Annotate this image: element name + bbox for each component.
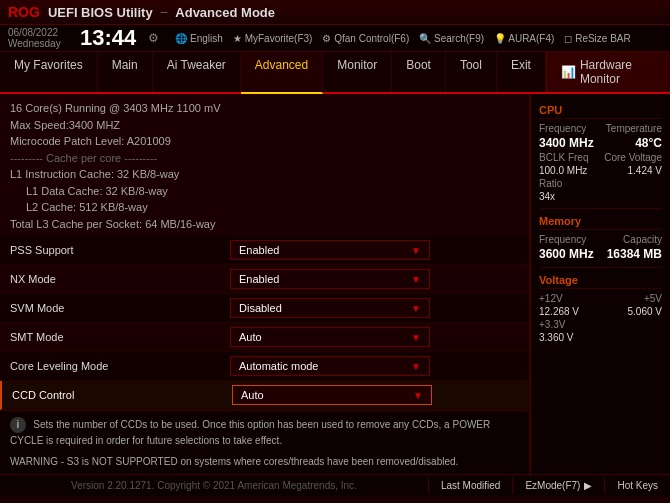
mem-freq-label: Frequency <box>539 234 586 245</box>
setting-row-svm-mode: SVM Mode Disabled ▼ <box>0 294 529 323</box>
cpu-info-line6: L1 Data Cache: 32 KB/8-way <box>10 183 519 200</box>
voltage-section-title: Voltage <box>539 274 662 289</box>
tab-advanced[interactable]: Advanced <box>241 52 323 94</box>
hw-monitor-panel: CPU Frequency Temperature 3400 MHz 48°C … <box>530 94 670 474</box>
bclk-corevolt-values: 100.0 MHz 1.424 V <box>539 165 662 176</box>
svm-mode-label: SVM Mode <box>10 302 230 314</box>
ccd-dropdown-arrow: ▼ <box>413 390 423 401</box>
cpu-temp-value: 48°C <box>635 136 662 150</box>
time-display: 13:44 <box>80 27 136 49</box>
volt-33v-label-row: +3.3V <box>539 319 662 330</box>
last-modified-btn[interactable]: Last Modified <box>428 477 512 494</box>
cpu-freq-label: Frequency <box>539 123 586 134</box>
nx-mode-dropdown[interactable]: Enabled ▼ <box>230 269 430 289</box>
rog-logo: ROG <box>8 4 40 20</box>
aura-btn[interactable]: 💡 AURA(F4) <box>494 33 554 44</box>
setting-row-smt-mode: SMT Mode Auto ▼ <box>0 323 529 352</box>
nx-mode-label: NX Mode <box>10 273 230 285</box>
tab-tool[interactable]: Tool <box>446 52 497 92</box>
header-bar: ROG UEFI BIOS Utility – Advanced Mode <box>0 0 670 25</box>
ratio-value: 34x <box>539 191 555 202</box>
tab-ai-tweaker[interactable]: Ai Tweaker <box>153 52 241 92</box>
resize-bar-btn[interactable]: ◻ ReSize BAR <box>564 33 630 44</box>
tab-boot[interactable]: Boot <box>392 52 446 92</box>
cpu-freq-value: 3400 MHz <box>539 136 594 150</box>
ez-mode-label: EzMode(F7) <box>525 480 580 491</box>
ratio-label: Ratio <box>539 178 562 189</box>
svm-mode-dropdown[interactable]: Disabled ▼ <box>230 298 430 318</box>
warning-text: WARNING - S3 is NOT SUPPORTED on systems… <box>10 454 519 469</box>
bclk-label: BCLK Freq <box>539 152 588 163</box>
search-btn[interactable]: 🔍 Search(F9) <box>419 33 484 44</box>
header-sep: – <box>161 5 168 19</box>
ratio-value-row: 34x <box>539 191 662 202</box>
setting-row-core-leveling: Core Leveling Mode Automatic mode ▼ <box>0 352 529 381</box>
tab-monitor[interactable]: Monitor <box>323 52 392 92</box>
mem-freq-value: 3600 MHz <box>539 247 594 261</box>
cpu-info-line8: Total L3 Cache per Socket: 64 MB/16-way <box>10 216 519 233</box>
memory-section-title: Memory <box>539 215 662 230</box>
pss-support-label: PSS Support <box>10 244 230 256</box>
nx-dropdown-arrow: ▼ <box>411 274 421 285</box>
my-favorite-btn[interactable]: ★ MyFavorite(F3) <box>233 33 313 44</box>
volt-33v-value-row: 3.360 V <box>539 332 662 343</box>
v5-label: +5V <box>644 293 662 304</box>
hot-keys-label: Hot Keys <box>617 480 658 491</box>
cpu-section-title: CPU <box>539 104 662 119</box>
tab-exit[interactable]: Exit <box>497 52 546 92</box>
pss-dropdown-arrow: ▼ <box>411 245 421 256</box>
monitor-icon: 📊 <box>561 65 576 79</box>
toolbar: 🌐 English ★ MyFavorite(F3) ⚙ Qfan Contro… <box>175 33 630 44</box>
v12-value: 12.268 V <box>539 306 579 317</box>
v5-value: 5.060 V <box>628 306 662 317</box>
nx-mode-value-container: Enabled ▼ <box>230 269 519 289</box>
hw-monitor-label: Hardware Monitor <box>580 58 656 86</box>
v33-label: +3.3V <box>539 319 565 330</box>
settings-icon[interactable]: ⚙ <box>148 31 159 45</box>
version-text: Version 2.20.1271. Copyright © 2021 Amer… <box>0 480 428 491</box>
cpu-temp-label: Temperature <box>606 123 662 134</box>
pss-support-dropdown[interactable]: Enabled ▼ <box>230 240 430 260</box>
cpu-info-line3: Microcode Patch Level: A201009 <box>10 133 519 150</box>
cpu-freq-temp-values: 3400 MHz 48°C <box>539 136 662 150</box>
info-icon: i <box>10 417 26 433</box>
last-modified-label: Last Modified <box>441 480 500 491</box>
cpu-freq-temp-labels: Frequency Temperature <box>539 123 662 134</box>
core-volt-value: 1.424 V <box>628 165 662 176</box>
nx-mode-value: Enabled <box>239 273 279 285</box>
language-selector[interactable]: 🌐 English <box>175 33 223 44</box>
core-leveling-dropdown[interactable]: Automatic mode ▼ <box>230 356 430 376</box>
description-box: i Sets the number of CCDs to be used. On… <box>0 410 529 474</box>
date-line2: Wednesday <box>8 38 61 49</box>
mem-cap-label: Capacity <box>623 234 662 245</box>
setting-row-pss-support: PSS Support Enabled ▼ <box>0 236 529 265</box>
description-text: Sets the number of CCDs to be used. Once… <box>10 419 490 446</box>
tab-main[interactable]: Main <box>98 52 153 92</box>
v33-value: 3.360 V <box>539 332 573 343</box>
volt-12v-5v-values: 12.268 V 5.060 V <box>539 306 662 317</box>
smt-mode-dropdown[interactable]: Auto ▼ <box>230 327 430 347</box>
datetime-bar: 06/08/2022 Wednesday 13:44 ⚙ 🌐 English ★… <box>0 25 670 52</box>
right-arrow-icon: ▶ <box>584 480 592 491</box>
ccd-control-dropdown[interactable]: Auto ▼ <box>232 385 432 405</box>
bclk-value: 100.0 MHz <box>539 165 587 176</box>
svm-mode-value: Disabled <box>239 302 282 314</box>
core-volt-label: Core Voltage <box>604 152 662 163</box>
main-content: 16 Core(s) Running @ 3403 MHz 1100 mV Ma… <box>0 94 670 474</box>
setting-row-nx-mode: NX Mode Enabled ▼ <box>0 265 529 294</box>
smt-mode-value-container: Auto ▼ <box>230 327 519 347</box>
setting-row-ccd-control: CCD Control Auto ▼ <box>0 381 529 410</box>
hw-monitor-toggle[interactable]: 📊 Hardware Monitor <box>546 52 670 92</box>
hot-keys-btn[interactable]: Hot Keys <box>604 477 670 494</box>
tab-my-favorites[interactable]: My Favorites <box>0 52 98 92</box>
qfan-btn[interactable]: ⚙ Qfan Control(F6) <box>322 33 409 44</box>
mem-freq-cap-values: 3600 MHz 16384 MB <box>539 247 662 261</box>
smt-dropdown-arrow: ▼ <box>411 332 421 343</box>
date-line1: 06/08/2022 <box>8 27 58 38</box>
ez-mode-btn[interactable]: EzMode(F7) ▶ <box>512 477 604 494</box>
svm-dropdown-arrow: ▼ <box>411 303 421 314</box>
volt-12v-5v-labels: +12V +5V <box>539 293 662 304</box>
v12-label: +12V <box>539 293 563 304</box>
svm-mode-value-container: Disabled ▼ <box>230 298 519 318</box>
mem-freq-cap-labels: Frequency Capacity <box>539 234 662 245</box>
